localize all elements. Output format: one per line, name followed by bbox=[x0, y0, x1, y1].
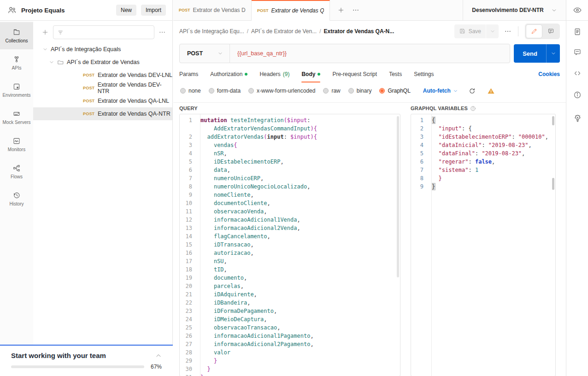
code-line: 6 "regerar": false, bbox=[411, 158, 555, 166]
method-badge: POST bbox=[83, 112, 95, 116]
tab-params[interactable]: Params bbox=[179, 65, 198, 82]
monitors-icon bbox=[12, 137, 21, 145]
radio-icon bbox=[209, 88, 214, 94]
body-type-form-data[interactable]: form-data bbox=[209, 88, 241, 94]
request-tab[interactable]: POSTExtrator de Vendas DEV bbox=[173, 0, 252, 20]
request-tab-bar: POSTExtrator de Vendas DEVPOSTExtrator d… bbox=[173, 0, 566, 21]
comments-rail-button[interactable] bbox=[566, 48, 588, 56]
tree-folder-item[interactable]: API´s de Extrator de Vendas bbox=[33, 56, 172, 69]
sidebar-item-collections[interactable]: Collections bbox=[0, 22, 33, 49]
pull-requests-button[interactable] bbox=[566, 114, 588, 123]
info-icon bbox=[573, 91, 582, 99]
request-section-tabs: ParamsAuthorizationHeaders(9)BodyPre-req… bbox=[173, 65, 566, 82]
comments-button[interactable] bbox=[542, 24, 559, 38]
progress-bar bbox=[11, 365, 144, 368]
autofetch-label: Auto-fetch bbox=[423, 88, 451, 94]
body-type-raw[interactable]: raw bbox=[323, 88, 340, 94]
body-type-label: form-data bbox=[217, 88, 241, 94]
tab-authorization[interactable]: Authorization bbox=[210, 65, 247, 82]
schema-warning-icon[interactable] bbox=[487, 87, 495, 95]
add-collection-icon[interactable] bbox=[41, 29, 49, 36]
sidebar-item-flows[interactable]: Flows bbox=[0, 158, 33, 185]
code-line: 4 "dataInicial": "2019-08-23", bbox=[411, 141, 555, 149]
new-button[interactable]: New bbox=[116, 5, 136, 16]
documentation-button[interactable] bbox=[566, 28, 588, 36]
environment-quick-look-button[interactable] bbox=[566, 6, 588, 15]
tab-settings[interactable]: Settings bbox=[414, 65, 434, 82]
method-select[interactable]: POST bbox=[180, 50, 229, 57]
history-icon bbox=[12, 191, 21, 200]
tab-body[interactable]: Body bbox=[301, 65, 320, 82]
code-icon bbox=[573, 69, 582, 77]
edit-description-button[interactable] bbox=[526, 24, 542, 38]
tree-item-label: Extrator de Vendas DEV-LNL bbox=[98, 72, 172, 78]
rail-item-label: Flows bbox=[11, 174, 23, 179]
query-scrollbar[interactable] bbox=[397, 116, 399, 277]
breadcrumb-separator: / bbox=[319, 28, 321, 35]
body-type-graphql[interactable]: GraphQL bbox=[379, 88, 410, 94]
environments-icon bbox=[12, 82, 21, 91]
save-icon bbox=[459, 28, 466, 35]
send-button[interactable]: Send bbox=[514, 44, 560, 63]
import-button[interactable]: Import bbox=[141, 5, 166, 16]
chevron-down-icon bbox=[49, 59, 54, 65]
cookies-link[interactable]: Cookies bbox=[538, 71, 560, 77]
tab-options-icon[interactable] bbox=[352, 6, 359, 14]
breadcrumb-separator: / bbox=[247, 28, 248, 35]
breadcrumb-segment[interactable]: API´s de Integração Equ... bbox=[179, 28, 244, 35]
code-snippet-button[interactable] bbox=[566, 69, 588, 77]
environment-selector[interactable]: Desenvolvimento DEV-NTR bbox=[463, 0, 566, 20]
comment-icon bbox=[573, 48, 582, 56]
url-box: POST {{url_base_qa_ntr}} bbox=[179, 44, 510, 63]
body-type-x-www-form-urlencoded[interactable]: x-www-form-urlencoded bbox=[248, 88, 315, 94]
sidebar-item-history[interactable]: History bbox=[0, 185, 33, 212]
collapse-card-icon[interactable] bbox=[155, 352, 162, 359]
sidebar-item-mock-servers[interactable]: Mock Servers bbox=[0, 104, 33, 131]
sidebar-item-monitors[interactable]: Monitors bbox=[0, 131, 33, 158]
tab-headers[interactable]: Headers(9) bbox=[259, 65, 289, 82]
breadcrumb-segment[interactable]: Extrator de Vendas QA-N... bbox=[324, 28, 394, 35]
autofetch-dropdown[interactable]: Auto-fetch bbox=[423, 88, 458, 94]
comment-icon bbox=[547, 28, 554, 35]
send-options-chevron[interactable] bbox=[546, 44, 560, 63]
body-type-binary[interactable]: binary bbox=[348, 88, 372, 94]
save-button[interactable]: Save bbox=[454, 24, 499, 38]
workspace-name[interactable]: Projeto Equals bbox=[21, 7, 112, 14]
tree-request-item[interactable]: POSTExtrator de Vendas QA-LNL bbox=[33, 94, 172, 107]
code-line: 1{ bbox=[411, 116, 555, 124]
new-tab-icon[interactable] bbox=[337, 6, 345, 14]
request-more-icon[interactable] bbox=[504, 28, 512, 35]
url-input[interactable]: {{url_base_qa_ntr}} bbox=[230, 50, 287, 57]
body-type-none[interactable]: none bbox=[180, 88, 201, 94]
variables-editor[interactable]: 1{2 "input": {3 "idEstabelecimentoERP": … bbox=[411, 114, 556, 376]
code-line: 24 iDMeioDeCaptura, bbox=[180, 315, 400, 323]
refresh-icon bbox=[469, 88, 476, 94]
variables-scrollbar-thumb[interactable] bbox=[552, 178, 554, 190]
code-line: 1mutation testeIntegration($input: bbox=[180, 116, 400, 124]
method-value: POST bbox=[187, 50, 203, 57]
tab-label: Params bbox=[179, 71, 198, 77]
tree-item-label: API´s de Extrator de Vendas bbox=[67, 59, 140, 65]
tab-pre-request-script[interactable]: Pre-request Script bbox=[332, 65, 377, 82]
sidebar-item-apis[interactable]: APIs bbox=[0, 49, 33, 76]
request-info-button[interactable] bbox=[566, 91, 588, 99]
refresh-schema-button[interactable] bbox=[469, 88, 476, 94]
save-options-chevron[interactable] bbox=[486, 24, 499, 38]
tab-label: Extrator de Vendas QA- bbox=[271, 7, 324, 14]
tree-request-item[interactable]: POSTExtrator de Vendas DEV-LNL bbox=[33, 69, 172, 82]
pencil-icon bbox=[531, 28, 538, 35]
code-line: 17 nSU, bbox=[180, 257, 400, 265]
tree-request-item[interactable]: POSTExtrator de Vendas DEV-NTR bbox=[33, 82, 172, 94]
tree-collection-item[interactable]: API´s de Integração Equals bbox=[33, 43, 172, 56]
sidebar-item-environments[interactable]: Environments bbox=[0, 76, 33, 104]
breadcrumb-segment[interactable]: API´s de Extrator de Ven... bbox=[251, 28, 317, 35]
tab-tests[interactable]: Tests bbox=[389, 65, 402, 82]
more-actions-icon[interactable] bbox=[159, 29, 166, 36]
query-editor[interactable]: 1mutation testeIntegration($input: AddEx… bbox=[179, 114, 400, 376]
tree-request-item[interactable]: POSTExtrator de Vendas QA-NTR bbox=[33, 107, 172, 120]
variables-scrollbar[interactable] bbox=[552, 116, 554, 125]
request-tab[interactable]: POSTExtrator de Vendas QA- bbox=[252, 0, 330, 21]
search-collections-input[interactable] bbox=[53, 25, 154, 39]
flows-icon bbox=[12, 164, 21, 172]
code-line: 25 observacaoTransacao, bbox=[180, 323, 400, 332]
